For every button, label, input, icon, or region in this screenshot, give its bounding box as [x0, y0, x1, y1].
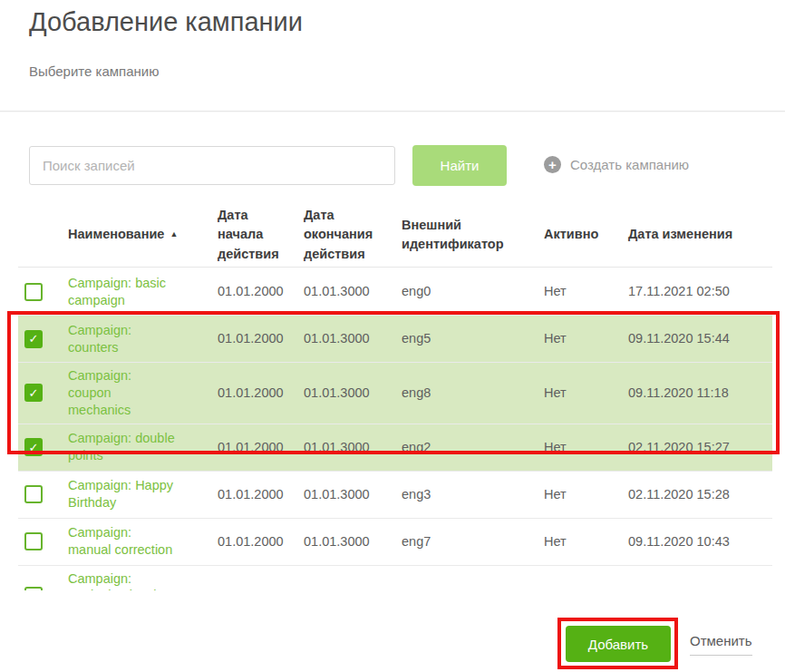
name-cell: Campaign: Happy Birthday	[68, 477, 218, 511]
start-date-cell: 01.01.2000	[218, 439, 304, 456]
active-cell: Нет	[544, 283, 628, 300]
modified-date-cell: 09.11.2020 10:40	[628, 587, 772, 590]
table-row[interactable]: ✓ Campaign: counters 01.01.2000 01.01.30…	[18, 316, 772, 363]
table-row[interactable]: Campaign: manual correction 01.01.2000 0…	[18, 519, 772, 566]
end-date-cell: 01.01.3000	[304, 587, 402, 590]
header-divider	[0, 111, 785, 112]
end-date-cell: 01.01.3000	[304, 385, 402, 402]
column-header-active[interactable]: Активно	[544, 225, 628, 244]
column-header-name-label: Наименование	[68, 227, 164, 241]
end-date-cell: 01.01.3000	[304, 486, 402, 503]
search-input[interactable]	[29, 146, 395, 185]
checkbox-cell	[24, 587, 68, 590]
modified-date-cell: 09.11.2020 10:43	[628, 533, 772, 550]
campaign-name-link[interactable]: Campaign: coupon mechanics	[68, 367, 177, 419]
checkbox-cell: ✓	[24, 384, 68, 402]
table-row[interactable]: Campaign: Happy Birthday 01.01.2000 01.0…	[18, 472, 772, 519]
start-date-cell: 01.01.2000	[218, 385, 304, 402]
row-checkbox[interactable]	[24, 283, 43, 301]
column-header-end-date[interactable]: Дата окончания действия	[304, 206, 402, 263]
active-cell: Нет	[544, 385, 628, 402]
create-campaign-label: Создать кампанию	[570, 157, 689, 172]
checkbox-cell	[24, 532, 68, 550]
add-button[interactable]: Добавить	[566, 626, 671, 662]
start-date-cell: 01.01.2000	[218, 330, 304, 347]
row-checkbox[interactable]	[24, 587, 43, 590]
column-header-external-id[interactable]: Внешний идентификатор	[402, 216, 544, 254]
start-date-cell: 01.01.2000	[218, 587, 304, 590]
campaign-name-link[interactable]: Campaign: manual correction	[68, 524, 177, 559]
external-id-cell: eng3	[402, 486, 544, 503]
modified-date-cell: 09.11.2020 15:44	[628, 330, 772, 347]
table-row[interactable]: ✓ Campaign: double points 01.01.2000 01.…	[18, 424, 772, 472]
plus-icon: +	[544, 156, 561, 173]
active-cell: Нет	[544, 439, 628, 456]
external-id-cell: eng7	[402, 533, 544, 550]
add-campaign-dialog: Добавление кампании Выберите кампанию На…	[0, 0, 785, 672]
campaign-name-link[interactable]: Campaign: marketing loyalty action	[68, 570, 177, 590]
column-header-modified[interactable]: Дата изменения	[628, 225, 772, 244]
active-cell: Нет	[544, 330, 628, 347]
external-id-cell: eng6	[402, 587, 544, 590]
end-date-cell: 01.01.3000	[304, 283, 402, 300]
name-cell: Campaign: counters	[68, 322, 218, 356]
external-id-cell: eng8	[402, 385, 544, 402]
row-checkbox[interactable]: ✓	[24, 330, 43, 348]
campaign-name-link[interactable]: Campaign: Happy Birthday	[68, 477, 177, 511]
page-title: Добавление кампании	[29, 7, 303, 37]
modified-date-cell: 02.11.2020 15:28	[628, 486, 772, 503]
row-checkbox[interactable]	[24, 532, 43, 550]
end-date-cell: 01.01.3000	[304, 533, 402, 550]
start-date-cell: 01.01.2000	[218, 486, 304, 503]
checkbox-cell: ✓	[24, 438, 68, 456]
column-header-start-date[interactable]: Дата начала действия	[218, 206, 304, 263]
name-cell: Campaign: marketing loyalty action	[68, 570, 218, 590]
name-cell: Campaign: coupon mechanics	[68, 367, 218, 419]
row-checkbox[interactable]: ✓	[24, 438, 43, 456]
end-date-cell: 01.01.3000	[304, 330, 402, 347]
table-row[interactable]: Campaign: marketing loyalty action 01.01…	[18, 566, 772, 590]
external-id-cell: eng5	[402, 330, 544, 347]
campaign-name-link[interactable]: Campaign: basic campaign	[68, 275, 177, 309]
create-campaign-link[interactable]: + Создать кампанию	[544, 156, 689, 173]
modified-date-cell: 09.11.2020 11:18	[628, 385, 772, 402]
active-cell: Нет	[544, 587, 628, 590]
column-header-name[interactable]: Наименование▲	[68, 225, 218, 244]
table-row[interactable]: Campaign: basic campaign 01.01.2000 01.0…	[18, 268, 772, 316]
start-date-cell: 01.01.2000	[218, 533, 304, 550]
campaign-name-link[interactable]: Campaign: counters	[68, 322, 177, 356]
checkbox-cell	[24, 283, 68, 301]
active-cell: Нет	[544, 486, 628, 503]
end-date-cell: 01.01.3000	[304, 439, 402, 456]
name-cell: Campaign: basic campaign	[68, 275, 218, 309]
modified-date-cell: 02.11.2020 15:27	[628, 439, 772, 456]
table-row[interactable]: ✓ Campaign: coupon mechanics 01.01.2000 …	[18, 363, 772, 424]
active-cell: Нет	[544, 533, 628, 550]
page-subtitle: Выберите кампанию	[29, 63, 159, 79]
external-id-cell: eng2	[402, 439, 544, 456]
modified-date-cell: 17.11.2021 02:50	[628, 283, 772, 300]
name-cell: Campaign: manual correction	[68, 524, 218, 559]
external-id-cell: eng0	[402, 283, 544, 300]
start-date-cell: 01.01.2000	[218, 283, 304, 300]
table-header: Наименование▲ Дата начала действия Дата …	[18, 203, 772, 268]
checkbox-cell: ✓	[24, 330, 68, 348]
cancel-link[interactable]: Отменить	[690, 633, 752, 656]
find-button[interactable]: Найти	[412, 145, 507, 186]
row-checkbox[interactable]	[24, 485, 43, 503]
campaign-name-link[interactable]: Campaign: double points	[68, 430, 177, 464]
row-checkbox[interactable]: ✓	[24, 384, 43, 402]
name-cell: Campaign: double points	[68, 430, 218, 464]
checkbox-cell	[24, 485, 68, 503]
sort-asc-icon: ▲	[170, 229, 178, 239]
table-body: Campaign: basic campaign 01.01.2000 01.0…	[18, 268, 772, 590]
